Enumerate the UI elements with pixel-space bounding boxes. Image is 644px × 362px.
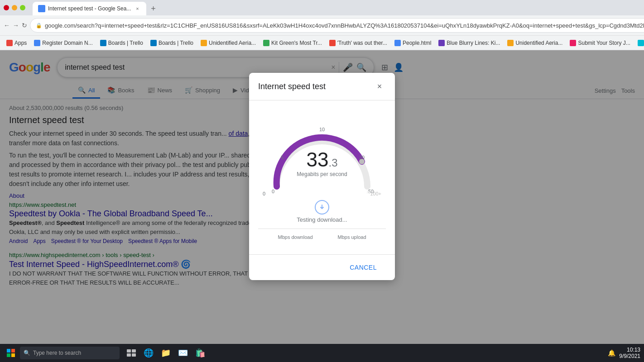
download-icon-circle — [315, 200, 329, 214]
bookmark-4[interactable]: Unidentified Aeria... — [198, 39, 259, 47]
page-content: Google internet speed test × 🎤 🔍 ⊞ 👤 🔍 A… — [0, 50, 644, 346]
taskbar-right: 🔔 10:13 9/9/2021 — [608, 347, 640, 359]
bookmark-6[interactable]: 'Truth' was out ther... — [327, 39, 390, 47]
gauge-value-decimal: .3 — [328, 157, 337, 169]
clock-date: 9/9/2021 — [619, 353, 640, 359]
close-window-button[interactable] — [4, 5, 9, 10]
bm-icon — [150, 40, 157, 46]
bm-icon — [507, 40, 514, 46]
bookmark-2[interactable]: Boards | Trello — [97, 39, 146, 47]
dialog-title: Internet speed test — [258, 82, 326, 91]
bm-icon — [438, 40, 445, 46]
taskbar-search-icon: 🔍 — [24, 350, 30, 356]
bookmark-7[interactable]: People.html — [392, 39, 434, 47]
start-button[interactable] — [4, 346, 18, 360]
clock-time: 10:13 — [619, 347, 640, 353]
url-text: google.com/search?q=internet+speed+test&… — [45, 22, 644, 29]
gauge-value-container: 33 .3 Megabits per second — [297, 148, 347, 177]
svg-text:5: 5 — [281, 155, 284, 160]
back-button[interactable]: ← — [4, 19, 10, 32]
url-bar[interactable]: 🔒 google.com/search?q=internet+speed+tes… — [30, 18, 644, 33]
gauge-unit: Megabits per second — [297, 171, 347, 177]
mail-button[interactable]: ✉️ — [175, 345, 191, 361]
dialog-overlay: Internet speed test × 0 5 — [0, 50, 644, 346]
svg-rect-9 — [7, 353, 10, 357]
upload-metric: Mbps upload — [338, 234, 366, 240]
browser-chrome: Internet speed test - Google Sea... × + … — [0, 0, 644, 50]
svg-rect-11 — [127, 349, 131, 352]
taskbar-search-placeholder: Type here to search — [33, 350, 81, 356]
svg-rect-13 — [127, 353, 131, 357]
speed-test-dialog: Internet speed test × 0 5 — [249, 73, 395, 280]
reload-button[interactable]: ↻ — [22, 19, 27, 32]
bookmark-8[interactable]: Blue Blurry Lines: Ki... — [436, 39, 503, 47]
speed-metrics: Mbps download Mbps upload — [258, 229, 386, 245]
address-bar: ← → ↻ 🔒 google.com/search?q=internet+spe… — [0, 15, 644, 35]
window-controls — [4, 5, 25, 10]
task-view-icon — [127, 349, 136, 357]
bookmark-apps[interactable]: Apps — [4, 39, 29, 47]
taskbar-apps: 🌐 📁 ✉️ 🛍️ — [123, 345, 208, 361]
download-label: Mbps download — [278, 234, 312, 240]
gauge-value: 33 .3 — [297, 148, 347, 171]
speed-gauge: 0 5 10 20 50 100+ 33 .3 Me — [263, 110, 381, 200]
windows-logo-icon — [6, 348, 15, 357]
dialog-close-button[interactable]: × — [373, 80, 386, 93]
bookmark-10[interactable]: Submit Your Story J... — [567, 39, 633, 47]
upload-label: Mbps upload — [338, 234, 366, 240]
file-explorer-button[interactable]: 📁 — [158, 345, 174, 361]
bm-icon — [394, 40, 401, 46]
taskbar: 🔍 Type here to search 🌐 📁 ✉️ 🛍️ 🔔 10:13 — [0, 344, 644, 362]
mail-icon: ✉️ — [178, 348, 188, 358]
new-tab-button[interactable]: + — [146, 2, 160, 15]
bookmark-11[interactable]: Lifewire Content Hu... — [635, 39, 644, 47]
bookmark-1[interactable]: Register Domain N... — [31, 39, 95, 47]
maximize-window-button[interactable] — [20, 5, 25, 10]
bookmarks-bar: Apps Register Domain N... Boards | Trell… — [0, 35, 644, 50]
task-view-button[interactable] — [123, 345, 139, 361]
svg-text:10: 10 — [319, 127, 325, 132]
svg-text:100+: 100+ — [366, 190, 375, 194]
forward-button[interactable]: → — [13, 19, 19, 32]
store-button[interactable]: 🛍️ — [192, 345, 208, 361]
svg-rect-12 — [132, 349, 136, 352]
active-tab[interactable]: Internet speed test - Google Sea... × — [33, 2, 146, 15]
folder-icon: 📁 — [161, 348, 171, 358]
security-lock-icon: 🔒 — [36, 23, 42, 29]
bm-icon — [570, 40, 576, 46]
title-bar: Internet speed test - Google Sea... × + — [0, 0, 644, 15]
tab-close-button[interactable]: × — [134, 5, 141, 12]
bookmark-5[interactable]: Kit Green's Most Tr... — [260, 39, 325, 47]
edge-browser-button[interactable]: 🌐 — [140, 345, 157, 361]
bookmark-9[interactable]: Unidentified Aeria... — [505, 39, 565, 47]
taskbar-search-box[interactable]: 🔍 Type here to search — [20, 347, 120, 359]
svg-text:0: 0 — [272, 189, 274, 194]
dialog-body: 0 5 10 20 50 100+ 33 .3 Me — [249, 100, 395, 254]
system-clock: 10:13 9/9/2021 — [619, 347, 640, 359]
svg-rect-7 — [7, 349, 10, 352]
tab-bar: Internet speed test - Google Sea... × + — [29, 0, 640, 15]
cancel-button[interactable]: CANCEL — [341, 260, 386, 275]
notification-icon[interactable]: 🔔 — [608, 349, 615, 357]
gauge-value-integer: 33 — [307, 148, 329, 171]
dialog-header: Internet speed test × — [249, 73, 395, 100]
bm-icon — [100, 40, 106, 46]
bm-icon — [34, 40, 40, 46]
testing-text: Testing download... — [297, 216, 347, 223]
bookmark-3[interactable]: Boards | Trello — [148, 39, 196, 47]
download-metric: Mbps download — [278, 234, 312, 240]
minimize-window-button[interactable] — [12, 5, 17, 10]
bm-icon — [263, 40, 269, 46]
tab-title: Internet speed test - Google Sea... — [48, 5, 131, 12]
store-icon: 🛍️ — [195, 348, 205, 358]
bm-icon — [329, 40, 336, 46]
download-arrow-icon — [319, 204, 325, 210]
tab-favicon — [38, 5, 45, 12]
svg-rect-8 — [11, 349, 15, 352]
dialog-footer: CANCEL — [249, 254, 395, 280]
svg-rect-14 — [132, 353, 136, 357]
edge-icon: 🌐 — [144, 348, 154, 358]
apps-icon — [6, 40, 13, 46]
svg-text:20: 20 — [359, 155, 365, 160]
bm-icon — [201, 40, 207, 46]
